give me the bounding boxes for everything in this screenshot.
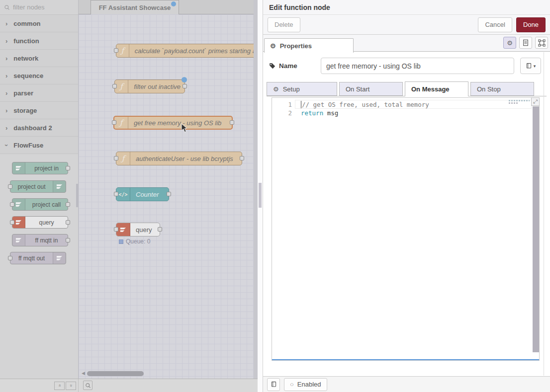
node-port[interactable] <box>10 220 14 225</box>
name-label: Name <box>269 62 317 70</box>
panel-header: Edit function node <box>263 0 550 15</box>
chevron-right-icon: › <box>5 90 7 96</box>
node-port[interactable] <box>8 256 12 260</box>
appearance-icon <box>538 39 546 47</box>
editor-focus-border <box>272 359 539 360</box>
palette-collapse-all-button[interactable]: » <box>54 382 65 390</box>
expand-editor-button[interactable]: ⤢ <box>531 97 540 106</box>
canvas-grid[interactable]: ƒ calculate `payload.count` primes start… <box>79 14 254 379</box>
node-port[interactable] <box>167 192 171 196</box>
palette-category-function[interactable]: ›function <box>0 32 78 50</box>
caret-down-icon: ▾ <box>534 64 536 69</box>
gear-icon: ⚙ <box>507 39 513 47</box>
document-icon <box>522 39 529 46</box>
tab-on-start[interactable]: On Start <box>339 82 403 96</box>
palette-node-ff-mqtt-out[interactable]: ff mqtt out <box>10 252 66 264</box>
chevron-right-icon: › <box>5 55 7 62</box>
flow-node-calculate-primes[interactable]: ƒ calculate `payload.count` primes start… <box>116 44 254 58</box>
palette-category-dashboard2[interactable]: ›dashboard 2 <box>0 119 78 137</box>
node-palette: ›common ›function ›network ›sequence ›pa… <box>0 0 79 379</box>
palette-category-storage[interactable]: ›storage <box>0 102 78 119</box>
node-port[interactable] <box>114 156 118 160</box>
tag-icon <box>269 63 275 69</box>
palette-node-project-call[interactable]: project call <box>12 198 68 211</box>
node-port[interactable] <box>114 227 118 232</box>
function-icon: ƒ <box>116 152 130 165</box>
canvas-vertical-scrollbar[interactable] <box>254 0 258 379</box>
editor-scrollbar[interactable] <box>533 106 539 352</box>
cancel-button[interactable]: Cancel <box>478 17 512 32</box>
unsaved-changes-dot <box>171 1 176 6</box>
editor-footer: » » <box>0 379 258 392</box>
palette-node-query[interactable]: query <box>12 216 68 229</box>
horizontal-scrollbar[interactable] <box>87 371 144 376</box>
palette-scrollbar[interactable] <box>76 184 78 207</box>
node-port[interactable] <box>112 84 117 88</box>
done-button[interactable]: Done <box>516 17 546 32</box>
delete-button[interactable]: Delete <box>268 17 300 32</box>
library-button[interactable] <box>267 378 280 391</box>
palette-expand-all-button[interactable]: » <box>66 382 76 390</box>
flow-canvas[interactable]: FF Assistant Showcase ƒ calculate `paylo… <box>79 0 254 379</box>
palette-category-common[interactable]: ›common <box>0 15 78 32</box>
palette-category-flowfuse[interactable]: ›FlowFuse <box>0 137 78 154</box>
palette-node-ff-mqtt-in[interactable]: ff mqtt in <box>12 234 68 246</box>
palette-node-project-out[interactable]: project out <box>10 180 66 193</box>
palette-flowfuse-items: project in project out project call quer… <box>0 154 78 273</box>
tab-on-stop[interactable]: On Stop <box>470 82 534 96</box>
function-icon: ƒ <box>115 80 128 93</box>
flow-node-counter[interactable]: </> Counter <box>116 187 169 201</box>
node-port[interactable] <box>10 202 14 207</box>
chevron-down-icon: › <box>3 144 10 146</box>
node-port[interactable] <box>66 238 70 242</box>
panel-tab-row: ⚙ Properties ⚙ <box>263 35 550 52</box>
code-editor[interactable]: 1 2 // get OS free, used, total memoryre… <box>272 97 540 361</box>
tab-properties[interactable]: ⚙ Properties <box>264 38 354 53</box>
node-port[interactable] <box>66 202 70 207</box>
node-port[interactable] <box>66 166 70 170</box>
panel-icon-buttons: ⚙ <box>503 37 548 49</box>
code-icon: </> <box>116 188 130 201</box>
enabled-toggle-button[interactable]: ○ Enabled <box>284 378 327 391</box>
filter-nodes-input[interactable] <box>13 3 74 11</box>
tab-on-message[interactable]: On Message <box>405 81 468 96</box>
node-port[interactable] <box>114 192 118 196</box>
palette-search[interactable] <box>0 0 78 15</box>
line-numbers: 1 2 <box>272 100 292 117</box>
description-view-button[interactable] <box>519 37 532 49</box>
flowfuse-logo-icon <box>53 181 66 192</box>
magnifier-icon <box>85 383 91 389</box>
workspace-tab[interactable]: FF Assistant Showcase <box>91 0 179 14</box>
node-port[interactable] <box>114 48 118 53</box>
gear-icon: ⚙ <box>270 42 276 50</box>
node-port[interactable] <box>183 84 187 88</box>
hscroll-left-arrow[interactable]: ◀ <box>82 371 85 376</box>
name-input[interactable] <box>321 58 514 74</box>
flow-node-filter-out-inactive[interactable]: ƒ filter out inactive <box>114 79 185 93</box>
appearance-view-button[interactable] <box>535 37 548 49</box>
function-icon: ƒ <box>114 117 128 129</box>
library-dropdown-button[interactable]: ▾ <box>520 58 541 74</box>
flowfuse-logo-icon <box>116 223 130 236</box>
node-port[interactable] <box>112 120 116 125</box>
node-port[interactable] <box>230 120 234 125</box>
node-port[interactable] <box>240 156 244 160</box>
flow-node-get-free-memory[interactable]: ƒ get free memory - using OS lib <box>113 116 233 130</box>
flow-node-authenticate-user[interactable]: ƒ authenticateUser - use lib bcryptjs <box>116 152 242 165</box>
palette-node-project-in[interactable]: project in <box>12 162 68 174</box>
palette-category-network[interactable]: ›network <box>0 50 78 67</box>
code-content[interactable]: // get OS free, used, total memoryreturn… <box>301 100 429 117</box>
separator-drag-handle[interactable] <box>259 183 262 208</box>
node-port[interactable] <box>158 227 162 232</box>
zoom-search-button[interactable] <box>83 381 92 390</box>
node-port[interactable] <box>66 220 70 225</box>
node-red-editor: ›common ›function ›network ›sequence ›pa… <box>0 0 550 392</box>
tab-setup[interactable]: ⚙ Setup <box>267 82 337 96</box>
palette-category-sequence[interactable]: ›sequence <box>0 67 78 84</box>
book-icon <box>526 63 532 69</box>
panel-resize-separator[interactable] <box>258 0 263 392</box>
flow-node-query[interactable]: query <box>116 223 160 236</box>
properties-view-button[interactable]: ⚙ <box>503 37 516 49</box>
palette-category-parser[interactable]: ›parser <box>0 84 78 102</box>
node-port[interactable] <box>8 184 12 189</box>
